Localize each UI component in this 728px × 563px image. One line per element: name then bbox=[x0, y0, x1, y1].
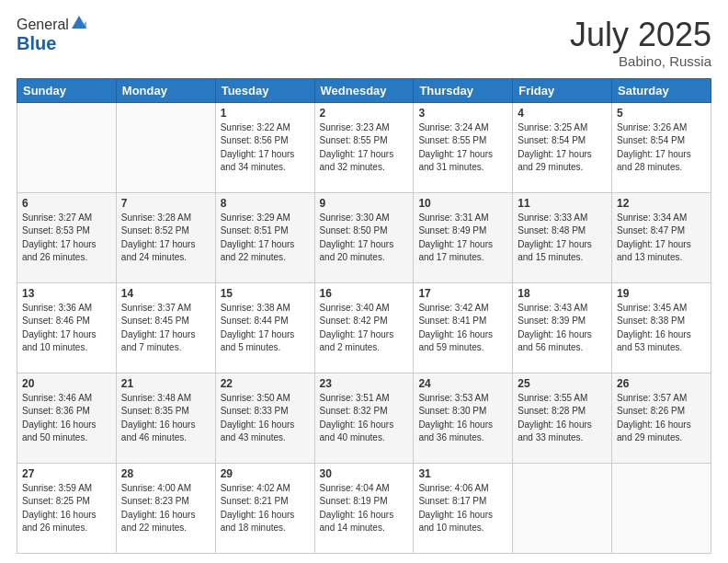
calendar-day-cell bbox=[17, 102, 117, 192]
day-info: Sunrise: 3:40 AMSunset: 8:42 PMDaylight:… bbox=[320, 302, 409, 355]
calendar-day-cell: 22Sunrise: 3:50 AMSunset: 8:33 PMDayligh… bbox=[215, 373, 314, 463]
day-number: 17 bbox=[418, 287, 507, 300]
day-number: 3 bbox=[418, 107, 507, 120]
day-number: 5 bbox=[617, 107, 706, 120]
calendar-week-row: 1Sunrise: 3:22 AMSunset: 8:56 PMDaylight… bbox=[17, 102, 711, 192]
day-number: 14 bbox=[121, 287, 210, 300]
day-number: 25 bbox=[518, 377, 607, 390]
day-info: Sunrise: 3:24 AMSunset: 8:55 PMDaylight:… bbox=[418, 121, 507, 175]
day-number: 24 bbox=[418, 377, 507, 390]
day-info: Sunrise: 3:57 AMSunset: 8:26 PMDaylight:… bbox=[617, 392, 706, 445]
day-number: 26 bbox=[617, 377, 706, 390]
day-number: 22 bbox=[221, 377, 310, 390]
day-number: 4 bbox=[518, 107, 607, 120]
calendar-day-cell bbox=[612, 463, 711, 553]
calendar-day-header: Sunday bbox=[17, 78, 117, 102]
calendar-day-cell: 10Sunrise: 3:31 AMSunset: 8:49 PMDayligh… bbox=[414, 192, 513, 282]
day-number: 29 bbox=[221, 467, 310, 480]
calendar-day-cell: 21Sunrise: 3:48 AMSunset: 8:35 PMDayligh… bbox=[116, 373, 215, 463]
calendar-day-cell: 31Sunrise: 4:06 AMSunset: 8:17 PMDayligh… bbox=[414, 463, 513, 553]
day-number: 11 bbox=[518, 197, 607, 210]
day-number: 6 bbox=[22, 197, 111, 210]
day-number: 28 bbox=[121, 467, 210, 480]
header: General Blue July 2025 Babino, Russia bbox=[17, 17, 711, 69]
logo-blue-text: Blue bbox=[17, 33, 56, 53]
day-info: Sunrise: 3:48 AMSunset: 8:35 PMDaylight:… bbox=[121, 392, 210, 445]
calendar-day-header: Saturday bbox=[612, 78, 711, 102]
day-info: Sunrise: 3:42 AMSunset: 8:41 PMDaylight:… bbox=[418, 302, 507, 355]
calendar-day-cell: 20Sunrise: 3:46 AMSunset: 8:36 PMDayligh… bbox=[17, 373, 117, 463]
day-info: Sunrise: 3:59 AMSunset: 8:25 PMDaylight:… bbox=[22, 482, 111, 535]
logo-icon bbox=[70, 14, 88, 32]
calendar-day-cell bbox=[116, 102, 215, 192]
day-info: Sunrise: 3:37 AMSunset: 8:45 PMDaylight:… bbox=[121, 302, 210, 355]
day-number: 2 bbox=[320, 107, 409, 120]
calendar-day-cell bbox=[513, 463, 612, 553]
day-number: 9 bbox=[320, 197, 409, 210]
day-info: Sunrise: 3:50 AMSunset: 8:33 PMDaylight:… bbox=[221, 392, 310, 445]
calendar-day-header: Wednesday bbox=[314, 78, 414, 102]
calendar-day-cell: 16Sunrise: 3:40 AMSunset: 8:42 PMDayligh… bbox=[314, 282, 414, 373]
calendar-header-row: SundayMondayTuesdayWednesdayThursdayFrid… bbox=[17, 78, 711, 102]
calendar-day-cell: 25Sunrise: 3:55 AMSunset: 8:28 PMDayligh… bbox=[513, 373, 612, 463]
calendar-day-cell: 5Sunrise: 3:26 AMSunset: 8:54 PMDaylight… bbox=[612, 102, 711, 192]
day-number: 18 bbox=[518, 287, 607, 300]
day-info: Sunrise: 4:06 AMSunset: 8:17 PMDaylight:… bbox=[418, 482, 507, 535]
calendar-day-header: Tuesday bbox=[215, 78, 314, 102]
title-block: July 2025 Babino, Russia bbox=[570, 17, 711, 69]
calendar-day-cell: 12Sunrise: 3:34 AMSunset: 8:47 PMDayligh… bbox=[612, 192, 711, 282]
calendar-day-cell: 1Sunrise: 3:22 AMSunset: 8:56 PMDaylight… bbox=[215, 102, 314, 192]
calendar-day-cell: 3Sunrise: 3:24 AMSunset: 8:55 PMDaylight… bbox=[414, 102, 513, 192]
day-info: Sunrise: 3:51 AMSunset: 8:32 PMDaylight:… bbox=[320, 392, 409, 445]
day-info: Sunrise: 3:46 AMSunset: 8:36 PMDaylight:… bbox=[22, 392, 111, 445]
location: Babino, Russia bbox=[570, 53, 711, 69]
day-info: Sunrise: 3:55 AMSunset: 8:28 PMDaylight:… bbox=[518, 392, 607, 445]
day-info: Sunrise: 3:22 AMSunset: 8:56 PMDaylight:… bbox=[221, 121, 310, 175]
calendar-day-cell: 18Sunrise: 3:43 AMSunset: 8:39 PMDayligh… bbox=[513, 282, 612, 373]
calendar-table: SundayMondayTuesdayWednesdayThursdayFrid… bbox=[17, 78, 711, 554]
day-number: 20 bbox=[22, 377, 111, 390]
day-number: 13 bbox=[22, 287, 111, 300]
calendar-day-cell: 23Sunrise: 3:51 AMSunset: 8:32 PMDayligh… bbox=[314, 373, 414, 463]
day-number: 21 bbox=[121, 377, 210, 390]
calendar-day-cell: 24Sunrise: 3:53 AMSunset: 8:30 PMDayligh… bbox=[414, 373, 513, 463]
day-number: 1 bbox=[221, 107, 310, 120]
day-number: 30 bbox=[320, 467, 409, 480]
calendar-day-cell: 7Sunrise: 3:28 AMSunset: 8:52 PMDaylight… bbox=[116, 192, 215, 282]
day-number: 16 bbox=[320, 287, 409, 300]
calendar-day-cell: 11Sunrise: 3:33 AMSunset: 8:48 PMDayligh… bbox=[513, 192, 612, 282]
day-info: Sunrise: 3:29 AMSunset: 8:51 PMDaylight:… bbox=[221, 212, 310, 265]
day-info: Sunrise: 3:38 AMSunset: 8:44 PMDaylight:… bbox=[221, 302, 310, 355]
calendar-day-header: Friday bbox=[513, 78, 612, 102]
day-info: Sunrise: 3:30 AMSunset: 8:50 PMDaylight:… bbox=[320, 212, 409, 265]
day-info: Sunrise: 3:43 AMSunset: 8:39 PMDaylight:… bbox=[518, 302, 607, 355]
calendar-day-cell: 6Sunrise: 3:27 AMSunset: 8:53 PMDaylight… bbox=[17, 192, 117, 282]
calendar-day-cell: 29Sunrise: 4:02 AMSunset: 8:21 PMDayligh… bbox=[215, 463, 314, 553]
calendar-day-cell: 13Sunrise: 3:36 AMSunset: 8:46 PMDayligh… bbox=[17, 282, 117, 373]
day-info: Sunrise: 3:23 AMSunset: 8:55 PMDaylight:… bbox=[320, 121, 409, 175]
day-info: Sunrise: 3:53 AMSunset: 8:30 PMDaylight:… bbox=[418, 392, 507, 445]
calendar-day-cell: 2Sunrise: 3:23 AMSunset: 8:55 PMDaylight… bbox=[314, 102, 414, 192]
month-year: July 2025 bbox=[570, 17, 711, 53]
page: General Blue July 2025 Babino, Russia Su… bbox=[0, 0, 728, 563]
day-info: Sunrise: 3:31 AMSunset: 8:49 PMDaylight:… bbox=[418, 212, 507, 265]
calendar-day-cell: 27Sunrise: 3:59 AMSunset: 8:25 PMDayligh… bbox=[17, 463, 117, 553]
calendar-day-cell: 30Sunrise: 4:04 AMSunset: 8:19 PMDayligh… bbox=[314, 463, 414, 553]
day-number: 31 bbox=[418, 467, 507, 480]
calendar-week-row: 20Sunrise: 3:46 AMSunset: 8:36 PMDayligh… bbox=[17, 373, 711, 463]
day-info: Sunrise: 3:33 AMSunset: 8:48 PMDaylight:… bbox=[518, 212, 607, 265]
day-info: Sunrise: 4:00 AMSunset: 8:23 PMDaylight:… bbox=[121, 482, 210, 535]
day-number: 7 bbox=[121, 197, 210, 210]
logo: General Blue bbox=[17, 17, 88, 54]
calendar-day-header: Thursday bbox=[414, 78, 513, 102]
day-info: Sunrise: 3:28 AMSunset: 8:52 PMDaylight:… bbox=[121, 212, 210, 265]
calendar-day-cell: 19Sunrise: 3:45 AMSunset: 8:38 PMDayligh… bbox=[612, 282, 711, 373]
calendar-week-row: 6Sunrise: 3:27 AMSunset: 8:53 PMDaylight… bbox=[17, 192, 711, 282]
calendar-week-row: 13Sunrise: 3:36 AMSunset: 8:46 PMDayligh… bbox=[17, 282, 711, 373]
day-info: Sunrise: 4:04 AMSunset: 8:19 PMDaylight:… bbox=[320, 482, 409, 535]
calendar-day-cell: 26Sunrise: 3:57 AMSunset: 8:26 PMDayligh… bbox=[612, 373, 711, 463]
day-info: Sunrise: 4:02 AMSunset: 8:21 PMDaylight:… bbox=[221, 482, 310, 535]
day-number: 23 bbox=[320, 377, 409, 390]
calendar-day-cell: 4Sunrise: 3:25 AMSunset: 8:54 PMDaylight… bbox=[513, 102, 612, 192]
day-info: Sunrise: 3:36 AMSunset: 8:46 PMDaylight:… bbox=[22, 302, 111, 355]
